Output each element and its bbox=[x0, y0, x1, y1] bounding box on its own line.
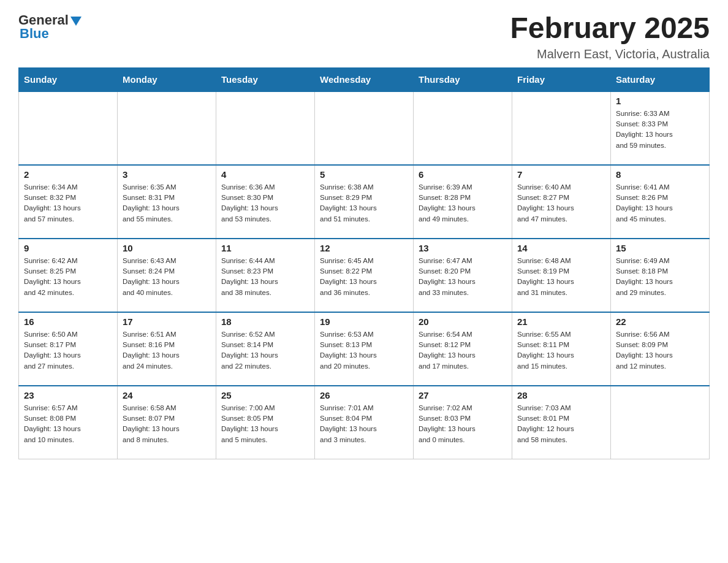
day-number: 4 bbox=[221, 169, 309, 180]
day-info: Sunrise: 6:38 AM Sunset: 8:29 PM Dayligh… bbox=[320, 182, 408, 224]
day-number: 15 bbox=[616, 243, 704, 253]
day-number: 28 bbox=[517, 390, 605, 400]
day-info: Sunrise: 6:57 AM Sunset: 8:08 PM Dayligh… bbox=[24, 403, 112, 445]
day-number: 9 bbox=[24, 243, 112, 253]
calendar-cell: 22Sunrise: 6:56 AM Sunset: 8:09 PM Dayli… bbox=[611, 312, 710, 386]
day-info: Sunrise: 6:54 AM Sunset: 8:12 PM Dayligh… bbox=[419, 329, 507, 372]
day-number: 17 bbox=[123, 316, 211, 327]
calendar-cell: 17Sunrise: 6:51 AM Sunset: 8:16 PM Dayli… bbox=[118, 312, 216, 386]
day-number: 26 bbox=[320, 390, 408, 400]
day-number: 13 bbox=[419, 243, 507, 253]
calendar-cell: 12Sunrise: 6:45 AM Sunset: 8:22 PM Dayli… bbox=[315, 239, 414, 312]
calendar-cell bbox=[414, 91, 512, 165]
calendar-cell: 3Sunrise: 6:35 AM Sunset: 8:31 PM Daylig… bbox=[118, 165, 216, 239]
day-info: Sunrise: 7:01 AM Sunset: 8:04 PM Dayligh… bbox=[320, 403, 408, 445]
day-number: 19 bbox=[320, 316, 408, 327]
day-info: Sunrise: 6:47 AM Sunset: 8:20 PM Dayligh… bbox=[419, 256, 507, 298]
calendar-week-row: 23Sunrise: 6:57 AM Sunset: 8:08 PM Dayli… bbox=[19, 386, 710, 459]
day-info: Sunrise: 6:56 AM Sunset: 8:09 PM Dayligh… bbox=[616, 329, 704, 372]
logo-blue: Blue bbox=[18, 26, 49, 42]
calendar-week-row: 2Sunrise: 6:34 AM Sunset: 8:32 PM Daylig… bbox=[19, 165, 710, 239]
day-number: 8 bbox=[616, 169, 704, 180]
calendar-week-row: 16Sunrise: 6:50 AM Sunset: 8:17 PM Dayli… bbox=[19, 312, 710, 386]
day-info: Sunrise: 6:55 AM Sunset: 8:11 PM Dayligh… bbox=[517, 329, 605, 372]
day-number: 25 bbox=[221, 390, 309, 400]
calendar-cell: 24Sunrise: 6:58 AM Sunset: 8:07 PM Dayli… bbox=[118, 386, 216, 459]
day-number: 10 bbox=[123, 243, 211, 253]
day-number: 24 bbox=[123, 390, 211, 400]
calendar-header: SundayMondayTuesdayWednesdayThursdayFrid… bbox=[19, 67, 710, 91]
days-of-week-row: SundayMondayTuesdayWednesdayThursdayFrid… bbox=[19, 67, 710, 91]
calendar-cell: 23Sunrise: 6:57 AM Sunset: 8:08 PM Dayli… bbox=[19, 386, 118, 459]
logo: General Blue bbox=[18, 12, 83, 42]
day-of-week-header: Tuesday bbox=[216, 67, 315, 91]
calendar-cell bbox=[315, 91, 414, 165]
calendar-cell: 2Sunrise: 6:34 AM Sunset: 8:32 PM Daylig… bbox=[19, 165, 118, 239]
day-number: 11 bbox=[221, 243, 309, 253]
calendar-cell: 13Sunrise: 6:47 AM Sunset: 8:20 PM Dayli… bbox=[414, 239, 512, 312]
day-of-week-header: Wednesday bbox=[315, 67, 414, 91]
calendar-cell bbox=[512, 91, 611, 165]
calendar-body: 1Sunrise: 6:33 AM Sunset: 8:33 PM Daylig… bbox=[19, 91, 710, 459]
day-number: 21 bbox=[517, 316, 605, 327]
page-header: General Blue February 2025 Malvern East,… bbox=[18, 12, 710, 61]
svg-marker-0 bbox=[70, 17, 82, 26]
calendar-title: February 2025 bbox=[510, 12, 710, 45]
day-info: Sunrise: 6:35 AM Sunset: 8:31 PM Dayligh… bbox=[123, 182, 211, 224]
day-info: Sunrise: 6:50 AM Sunset: 8:17 PM Dayligh… bbox=[24, 329, 112, 372]
day-info: Sunrise: 6:39 AM Sunset: 8:28 PM Dayligh… bbox=[419, 182, 507, 224]
calendar-subtitle: Malvern East, Victoria, Australia bbox=[510, 47, 710, 61]
calendar-week-row: 9Sunrise: 6:42 AM Sunset: 8:25 PM Daylig… bbox=[19, 239, 710, 312]
day-number: 5 bbox=[320, 169, 408, 180]
calendar-cell: 8Sunrise: 6:41 AM Sunset: 8:26 PM Daylig… bbox=[611, 165, 710, 239]
day-number: 20 bbox=[419, 316, 507, 327]
day-info: Sunrise: 6:45 AM Sunset: 8:22 PM Dayligh… bbox=[320, 256, 408, 298]
calendar-week-row: 1Sunrise: 6:33 AM Sunset: 8:33 PM Daylig… bbox=[19, 91, 710, 165]
day-info: Sunrise: 6:44 AM Sunset: 8:23 PM Dayligh… bbox=[221, 256, 309, 298]
day-number: 22 bbox=[616, 316, 704, 327]
day-number: 23 bbox=[24, 390, 112, 400]
day-of-week-header: Saturday bbox=[611, 67, 710, 91]
day-number: 1 bbox=[616, 96, 704, 106]
calendar-cell bbox=[118, 91, 216, 165]
day-info: Sunrise: 6:53 AM Sunset: 8:13 PM Dayligh… bbox=[320, 329, 408, 372]
calendar-cell: 18Sunrise: 6:52 AM Sunset: 8:14 PM Dayli… bbox=[216, 312, 315, 386]
day-info: Sunrise: 7:00 AM Sunset: 8:05 PM Dayligh… bbox=[221, 403, 309, 445]
calendar-cell: 27Sunrise: 7:02 AM Sunset: 8:03 PM Dayli… bbox=[414, 386, 512, 459]
calendar-cell: 9Sunrise: 6:42 AM Sunset: 8:25 PM Daylig… bbox=[19, 239, 118, 312]
calendar-cell: 26Sunrise: 7:01 AM Sunset: 8:04 PM Dayli… bbox=[315, 386, 414, 459]
calendar-cell: 5Sunrise: 6:38 AM Sunset: 8:29 PM Daylig… bbox=[315, 165, 414, 239]
day-number: 27 bbox=[419, 390, 507, 400]
day-of-week-header: Monday bbox=[118, 67, 216, 91]
calendar-cell: 10Sunrise: 6:43 AM Sunset: 8:24 PM Dayli… bbox=[118, 239, 216, 312]
day-info: Sunrise: 6:40 AM Sunset: 8:27 PM Dayligh… bbox=[517, 182, 605, 224]
calendar-cell: 21Sunrise: 6:55 AM Sunset: 8:11 PM Dayli… bbox=[512, 312, 611, 386]
day-info: Sunrise: 7:02 AM Sunset: 8:03 PM Dayligh… bbox=[419, 403, 507, 445]
calendar-cell: 16Sunrise: 6:50 AM Sunset: 8:17 PM Dayli… bbox=[19, 312, 118, 386]
day-info: Sunrise: 6:58 AM Sunset: 8:07 PM Dayligh… bbox=[123, 403, 211, 445]
calendar-cell: 19Sunrise: 6:53 AM Sunset: 8:13 PM Dayli… bbox=[315, 312, 414, 386]
day-info: Sunrise: 6:36 AM Sunset: 8:30 PM Dayligh… bbox=[221, 182, 309, 224]
calendar-cell bbox=[611, 386, 710, 459]
day-number: 12 bbox=[320, 243, 408, 253]
title-block: February 2025 Malvern East, Victoria, Au… bbox=[510, 12, 710, 61]
calendar-cell: 6Sunrise: 6:39 AM Sunset: 8:28 PM Daylig… bbox=[414, 165, 512, 239]
day-number: 3 bbox=[123, 169, 211, 180]
day-info: Sunrise: 7:03 AM Sunset: 8:01 PM Dayligh… bbox=[517, 403, 605, 445]
day-info: Sunrise: 6:48 AM Sunset: 8:19 PM Dayligh… bbox=[517, 256, 605, 298]
day-number: 14 bbox=[517, 243, 605, 253]
calendar-cell: 15Sunrise: 6:49 AM Sunset: 8:18 PM Dayli… bbox=[611, 239, 710, 312]
day-of-week-header: Friday bbox=[512, 67, 611, 91]
calendar-cell bbox=[19, 91, 118, 165]
calendar-cell: 11Sunrise: 6:44 AM Sunset: 8:23 PM Dayli… bbox=[216, 239, 315, 312]
day-info: Sunrise: 6:49 AM Sunset: 8:18 PM Dayligh… bbox=[616, 256, 704, 298]
calendar-cell: 14Sunrise: 6:48 AM Sunset: 8:19 PM Dayli… bbox=[512, 239, 611, 312]
day-number: 18 bbox=[221, 316, 309, 327]
calendar-cell: 4Sunrise: 6:36 AM Sunset: 8:30 PM Daylig… bbox=[216, 165, 315, 239]
logo-icon bbox=[69, 14, 83, 28]
day-info: Sunrise: 6:43 AM Sunset: 8:24 PM Dayligh… bbox=[123, 256, 211, 298]
day-number: 7 bbox=[517, 169, 605, 180]
calendar-cell bbox=[216, 91, 315, 165]
day-number: 6 bbox=[419, 169, 507, 180]
calendar-table: SundayMondayTuesdayWednesdayThursdayFrid… bbox=[18, 67, 710, 460]
